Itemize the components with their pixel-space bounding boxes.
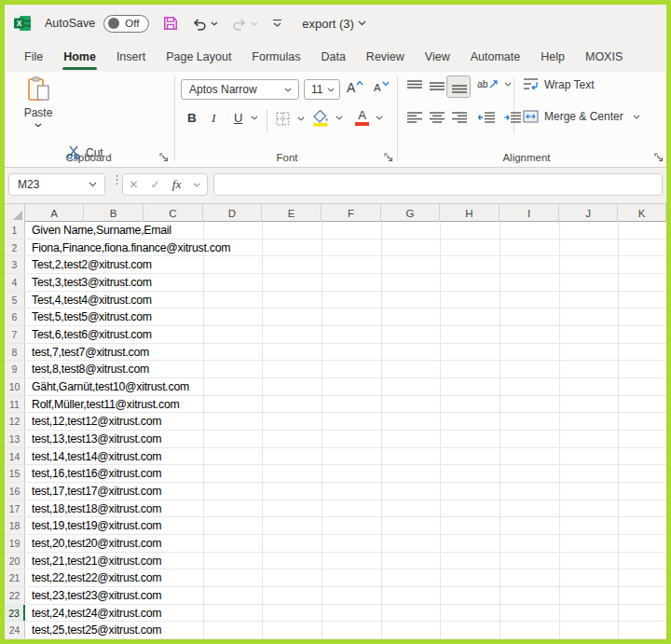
cell-a10[interactable]: Gäht,Garnüt,test10@xitrust.com (29, 378, 192, 395)
row-header-18[interactable]: 18 (5, 517, 25, 534)
increase-font-size-button[interactable]: A (347, 80, 363, 95)
decrease-font-size-button[interactable]: A (374, 82, 390, 93)
borders-button[interactable] (276, 112, 305, 126)
italic-button[interactable]: I (212, 111, 216, 126)
top-align-button[interactable] (407, 80, 422, 92)
document-title[interactable]: export (3) (302, 17, 366, 31)
insert-function-button[interactable]: fx (172, 177, 182, 192)
row-header-12[interactable]: 12 (5, 413, 25, 430)
row-header-22[interactable]: 22 (5, 587, 25, 604)
undo-button[interactable] (192, 17, 218, 31)
tab-insert[interactable]: Insert (106, 42, 156, 72)
decrease-indent-button[interactable] (478, 112, 495, 123)
tab-view[interactable]: View (415, 42, 460, 72)
cell-a20[interactable]: test,21,test21@xitrust.com (29, 553, 164, 569)
row-header-4[interactable]: 4 (5, 274, 25, 291)
column-header-c[interactable]: C (144, 204, 203, 222)
cell-a11[interactable]: Rolf,Müller,test11@xitrust.com (29, 396, 183, 412)
column-header-b[interactable]: B (84, 204, 144, 222)
row-header-17[interactable]: 17 (5, 500, 25, 516)
row-header-15[interactable]: 15 (5, 465, 25, 482)
row-header-23[interactable]: 23 (5, 605, 25, 621)
save-button[interactable] (163, 16, 178, 31)
column-header-k[interactable]: K (618, 204, 666, 222)
row-header-1[interactable]: 1 (5, 222, 25, 239)
row-header-11[interactable]: 11 (5, 396, 25, 412)
tab-moxis[interactable]: MOXIS (575, 42, 633, 72)
font-name-combobox[interactable]: Aptos Narrow (181, 79, 299, 100)
cell-a9[interactable]: test,8,test8@xitrust.com (29, 361, 152, 377)
row-header-5[interactable]: 5 (5, 292, 25, 308)
tab-automate[interactable]: Automate (460, 42, 531, 72)
font-dialog-launcher[interactable] (384, 153, 393, 162)
row-header-3[interactable]: 3 (5, 256, 25, 273)
excel-logo-icon[interactable]: X (14, 15, 32, 32)
cell-a14[interactable]: test,14,test14@xitrust.com (29, 448, 164, 464)
tab-help[interactable]: Help (530, 42, 575, 72)
align-right-button[interactable] (452, 112, 467, 123)
tab-formulas[interactable]: Formulas (241, 42, 310, 72)
row-header-21[interactable]: 21 (5, 569, 25, 586)
cell-a5[interactable]: Test,4,test4@xitrust.com (29, 292, 155, 308)
tab-data[interactable]: Data (310, 42, 355, 72)
column-header-d[interactable]: D (203, 204, 262, 222)
clipboard-dialog-launcher[interactable] (159, 153, 169, 162)
underline-button[interactable]: U (234, 111, 258, 125)
cell-a17[interactable]: test,18,test18@xitrust.com (29, 500, 164, 516)
cell-a23[interactable]: test,24,test24@xitrust.com (29, 605, 164, 621)
cell-a19[interactable]: test,20,test20@xitrust.com (29, 535, 164, 552)
tab-file[interactable]: File (14, 42, 53, 72)
cell-a21[interactable]: test,22,test22@xitrust.com (29, 569, 164, 586)
cancel-button[interactable]: ✕ (130, 178, 139, 191)
cell-a8[interactable]: test,7,test7@xitrust.com (29, 344, 152, 360)
row-header-19[interactable]: 19 (5, 535, 25, 552)
cell-a7[interactable]: Test,6,test6@xitrust.com (29, 326, 155, 343)
formula-input[interactable] (213, 173, 663, 196)
align-left-button[interactable] (407, 112, 422, 123)
center-button[interactable] (430, 112, 445, 123)
cell-a6[interactable]: Test,5,test5@xitrust.com (29, 308, 155, 325)
column-header-g[interactable]: G (381, 204, 440, 222)
cell-a4[interactable]: Test,3,test3@xitrust.com (29, 274, 155, 291)
row-header-10[interactable]: 10 (5, 378, 25, 395)
orientation-button[interactable]: ab (477, 78, 512, 89)
column-header-i[interactable]: I (500, 204, 559, 222)
cell-a15[interactable]: test,16,test16@xitrust.com (29, 465, 164, 482)
cell-a22[interactable]: test,23,test23@xitrust.com (29, 587, 164, 604)
row-header-8[interactable]: 8 (5, 344, 25, 360)
row-header-2[interactable]: 2 (5, 240, 25, 255)
select-all-button[interactable] (5, 204, 25, 222)
tab-review[interactable]: Review (356, 42, 415, 72)
column-header-f[interactable]: F (322, 204, 381, 222)
middle-align-button[interactable] (430, 80, 445, 92)
column-header-h[interactable]: H (440, 204, 500, 222)
tab-home[interactable]: Home (53, 42, 106, 72)
row-header-20[interactable]: 20 (5, 553, 25, 569)
font-size-combobox[interactable]: 11 (304, 79, 340, 100)
column-header-j[interactable]: J (559, 204, 618, 222)
cell-a24[interactable]: test,25,test25@xitrust.com (29, 622, 164, 638)
alignment-dialog-launcher[interactable] (654, 153, 664, 162)
cell-a18[interactable]: test,19,test19@xitrust.com (29, 517, 164, 534)
font-color-button[interactable]: A (355, 109, 383, 126)
paste-button[interactable]: Paste (18, 76, 59, 128)
increase-indent-button[interactable] (504, 112, 521, 123)
wrap-text-button[interactable]: Wrap Text (523, 77, 595, 91)
cell-a12[interactable]: test,12,test12@xitrust.com (29, 413, 164, 430)
fill-color-button[interactable] (313, 109, 343, 127)
autosave-toggle[interactable]: Off (103, 15, 149, 33)
row-header-6[interactable]: 6 (5, 308, 25, 325)
row-header-14[interactable]: 14 (5, 448, 25, 464)
quick-access-toolbar-menu[interactable] (273, 20, 281, 28)
row-header-7[interactable]: 7 (5, 326, 25, 343)
row-header-9[interactable]: 9 (5, 361, 25, 377)
enter-button[interactable]: ✓ (151, 178, 160, 191)
cell-a2[interactable]: Fiona,Finance,fiona.finance@xitrust.com (29, 240, 233, 255)
cell-a1[interactable]: Given Name,Surname,Email (29, 222, 174, 239)
column-header-e[interactable]: E (262, 204, 322, 222)
tab-page-layout[interactable]: Page Layout (156, 42, 241, 72)
redo-button[interactable] (232, 17, 258, 31)
name-box[interactable]: M23 (8, 173, 105, 196)
cell-a3[interactable]: Test,2,test2@xitrust.com (29, 256, 155, 273)
bottom-align-button-selected[interactable] (446, 75, 471, 98)
